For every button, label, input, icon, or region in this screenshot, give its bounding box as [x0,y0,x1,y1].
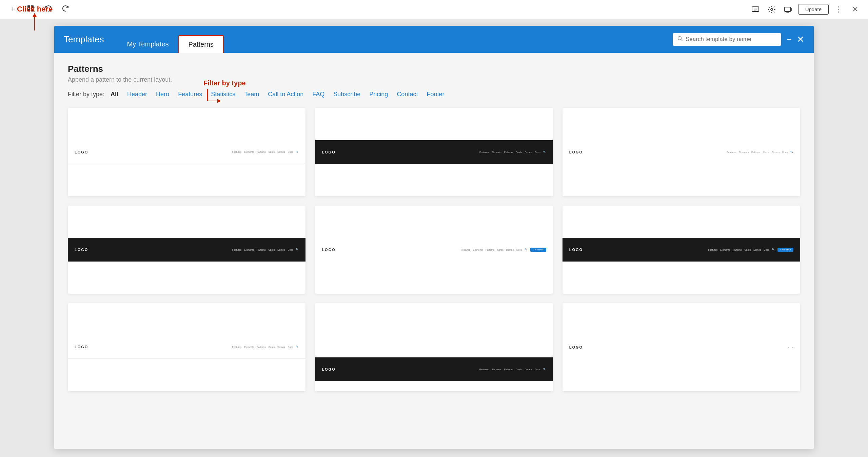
filter-footer[interactable]: Footer [424,90,447,99]
close-editor-button[interactable]: ✕ [849,3,861,16]
filter-pricing[interactable]: Pricing [367,90,391,99]
svg-rect-7 [754,10,756,11]
template-grid: LOGO Features Elements Patterns Cards De… [68,108,800,391]
redo-icon [62,5,70,14]
toolbar-right: Update ⋮ ✕ [749,3,861,16]
search-box [673,33,781,46]
main-area: Filter by type Templates My Templates Pa… [0,19,868,457]
templates-modal: Templates My Templates Patterns − ✕ [54,26,814,449]
preview-icon-button[interactable] [749,3,762,16]
tab-patterns[interactable]: Patterns [178,35,224,53]
filter-subscribe[interactable]: Subscribe [331,90,363,99]
minimize-icon: − [787,35,791,44]
device-button[interactable] [782,3,794,16]
patterns-subtitle: Append a pattern to the current layout. [68,76,800,83]
add-icon: + [11,5,15,13]
template-card[interactable]: LOGO Features Elements Patterns Cards De… [563,108,800,196]
svg-rect-6 [754,9,757,9]
svg-point-8 [771,8,773,11]
filter-contact[interactable]: Contact [394,90,420,99]
filter-call-to-action[interactable]: Call to Action [265,90,306,99]
template-card[interactable]: LOGO Features Elements Patterns Cards De… [68,108,305,196]
search-icon [677,36,683,43]
template-card[interactable]: LOGO Features Elements Patterns Cards De… [315,206,553,294]
tab-my-templates[interactable]: My Templates [118,35,178,53]
modal-header: Templates My Templates Patterns − ✕ [54,26,814,53]
modal-body: Patterns Append a pattern to the current… [54,53,814,449]
template-card[interactable]: LOGO Features Elements Patterns Cards De… [563,206,800,294]
modal-minimize-button[interactable]: − [787,35,791,44]
template-card[interactable]: LOGO Features Elements Patterns Cards De… [315,108,553,196]
click-here-text: Click here [17,5,53,14]
close-icon: ✕ [852,5,858,14]
patterns-title: Patterns [68,64,800,74]
settings-button[interactable] [766,3,778,16]
filter-row: Filter by type: All Header Hero Features… [68,90,800,99]
filter-header[interactable]: Header [124,90,150,99]
redo-button[interactable] [60,3,72,16]
filter-by-type-text: Filter by type [203,79,245,87]
main-toolbar: + Update ⋮ [0,0,868,19]
filter-faq[interactable]: FAQ [310,90,327,99]
filter-features[interactable]: Features [175,90,205,99]
modal-title: Templates [64,34,104,45]
template-card[interactable]: LOGO Features Elements Patterns Cards De… [68,206,305,294]
modal-close-button[interactable]: ✕ [797,34,804,45]
svg-line-13 [681,39,682,41]
search-input[interactable] [686,36,776,43]
svg-rect-5 [754,8,757,8]
template-card[interactable]: LOGO ≡ ≡ [563,303,800,391]
filter-all[interactable]: All [108,90,121,99]
filter-annotation: Filter by type [203,79,245,101]
click-here-annotation: Click here [17,5,53,30]
template-card[interactable]: LOGO Features Elements Patterns Cards De… [315,303,553,391]
update-button[interactable]: Update [798,4,829,15]
modal-header-right: − ✕ [673,33,804,46]
tab-bar: My Templates Patterns [118,26,224,53]
filter-label: Filter by type: [68,91,104,98]
more-options-button[interactable]: ⋮ [833,3,845,16]
svg-rect-9 [785,7,791,12]
more-icon: ⋮ [835,5,843,14]
filter-hero[interactable]: Hero [153,90,172,99]
modal-close-icon: ✕ [797,34,804,44]
template-card[interactable]: LOGO Features Elements Patterns Cards De… [68,303,305,391]
